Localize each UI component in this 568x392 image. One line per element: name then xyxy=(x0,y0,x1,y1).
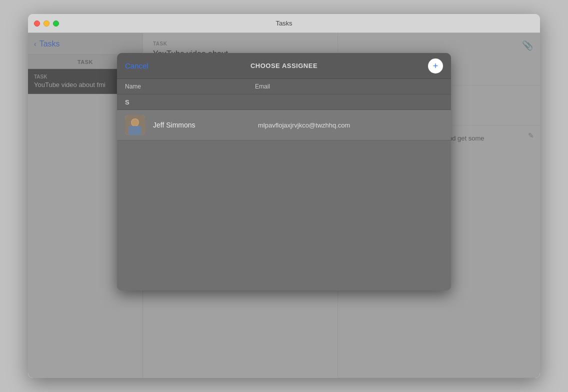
contact-row[interactable]: Jeff Simmons mlpavflojaxjrvjkco@twzhhq.c… xyxy=(117,110,451,140)
minimize-button[interactable] xyxy=(44,20,50,26)
contact-name: Jeff Simmons xyxy=(153,121,258,129)
window-title: Tasks xyxy=(276,20,292,27)
modal-title: CHOOSE ASSIGNEE xyxy=(250,62,318,70)
maximize-button[interactable] xyxy=(53,20,59,26)
cancel-button[interactable]: Cancel xyxy=(125,62,148,70)
modal-empty-area xyxy=(117,140,451,290)
choose-assignee-modal: Cancel CHOOSE ASSIGNEE + Name Email S xyxy=(117,53,451,290)
titlebar: Tasks xyxy=(28,14,540,33)
modal-overlay: Cancel CHOOSE ASSIGNEE + Name Email S xyxy=(28,33,540,378)
section-letter-header: S xyxy=(117,94,451,110)
app-window: Tasks ‹ Tasks TASK Task YouTube video ab… xyxy=(28,14,540,378)
add-assignee-button[interactable]: + xyxy=(428,58,443,74)
name-column-header: Name xyxy=(125,83,255,90)
email-column-header: Email xyxy=(255,83,443,90)
close-button[interactable] xyxy=(34,20,40,26)
avatar xyxy=(125,115,145,135)
modal-column-headers: Name Email xyxy=(117,79,451,94)
svg-point-3 xyxy=(132,119,138,126)
traffic-lights xyxy=(34,20,59,26)
modal-header: Cancel CHOOSE ASSIGNEE + xyxy=(117,53,451,79)
section-letter: S xyxy=(125,98,130,106)
svg-rect-4 xyxy=(128,126,142,135)
contact-email: mlpavflojaxjrvjkco@twzhhq.com xyxy=(258,122,443,129)
